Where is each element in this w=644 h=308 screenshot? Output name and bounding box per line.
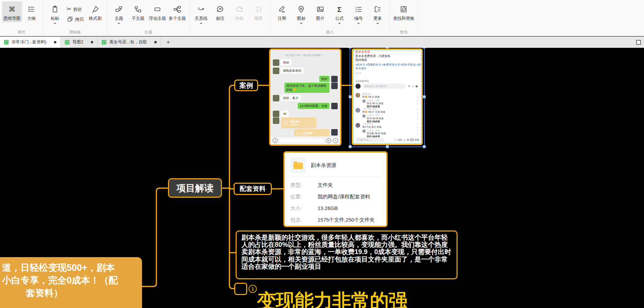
comment-text: 求1个的 浙江 回复 [362,125,382,129]
comment-input-icons[interactable]: ＠☺▣ [408,84,419,88]
like-icon[interactable]: ♡2 [417,93,419,99]
mindmap-icon: ⌘ [9,4,15,14]
unsaved-dot-icon[interactable] [54,41,56,43]
new-tab-button[interactable]: + [161,37,175,48]
avatar [362,99,366,103]
toolbar-button-relationship-line[interactable]: 关系线 [192,1,211,25]
numbering-badge[interactable]: 1 [249,285,257,293]
toolbar-button-marker[interactable]: 图标 [292,1,311,25]
chat-message-row: 你好 [273,76,338,82]
toolbar-button-summary[interactable]: 概要 [249,1,268,22]
toolbar-button-callout[interactable]: 标注 [211,1,230,22]
topic-node-project[interactable]: 项目解读 [168,178,222,198]
toolbar-button-mindmap[interactable]: ⌘ 思维导图 [2,1,22,22]
like-icon[interactable]: ♡1 [417,115,419,120]
copy-icon [67,16,73,23]
empty-topic-node[interactable] [234,283,247,295]
root-topic-text: 套资料） [2,287,142,299]
emoji-icon[interactable]: ☺ [326,138,331,143]
toolbar-button-image[interactable]: 图片 [311,1,330,22]
file-info-card-node[interactable]: 剧本杀资源 类型: 文件夹 位置: 我的网盘/课程配套资料 大小: 13.26G… [283,151,388,227]
comment-bubble-icon[interactable] [410,139,414,141]
voice-icon[interactable]: ) [272,138,278,143]
topic-icon [115,4,123,14]
like-icon[interactable]: ♡1 [417,130,419,135]
toolbar-button-outline[interactable]: 大纲 [22,1,41,22]
chat-transfer-row: ✓ ¥19.90 微信转账 [273,117,338,128]
root-topic-node[interactable]: 道，日轻松变现500+，剧本 小白专享，完全0成本！（配 套资料） [0,257,142,308]
toolbar-button-label: 多个主题 [169,16,186,22]
toolbar-button-label: 编号 [354,16,363,22]
toolbar-button-cut[interactable]: ✂ 剪切 [67,5,84,13]
tab-document-2[interactable]: 导图2 [61,37,98,48]
chat-message-row: 你好 [273,59,338,66]
sigma-icon: Σ [337,4,342,14]
description-text-node[interactable]: 剧本杀是新颖的社交游戏，很多年轻人都喜欢，而小红书这个平台年轻人的占比在80%以… [236,230,458,279]
toolbar-button-paste[interactable]: 粘贴 [45,1,65,25]
avatar [331,76,338,82]
toolbar-button-note[interactable]: 注释 [272,1,292,22]
star-icon[interactable]: ☆ [403,138,406,142]
avatar [331,83,338,89]
like-icon[interactable]: ♡1 [417,100,419,105]
tab-document-3[interactable]: 美女号还...包，自取 [98,37,161,48]
selection-handle[interactable] [423,48,426,48]
toolbar-button-subtopic[interactable]: 子主题 [128,1,148,22]
selection-handle[interactable] [423,95,426,98]
selection-handle[interactable] [386,145,389,148]
document-tab-bar: 非常冷门...套资料) 导图2 美女号还...包，自取 + [0,37,644,48]
toolbar-group-topic: 主题 子主题 浮动主题 多个主题 主题 [107,0,190,36]
toolbar-button-copy[interactable]: 拷贝 [67,15,84,23]
chat-bubble: 你好 [281,59,291,66]
selection-handle[interactable] [423,145,426,148]
toolbar-button-more[interactable]: 更多 [368,1,387,25]
toolbar-button-equation[interactable]: Σ 公式 [330,1,349,25]
toolbar-button-floating-topic[interactable]: 浮动主题 [148,1,167,22]
toolbar-group-insert: 注释 图标 图片 Σ 公式 123 [270,0,390,36]
toolbar-button-label: 粘贴 [51,16,59,22]
toolbar-button-boundary[interactable]: 外框 [230,1,249,22]
comment-text: 求🔥 08-11 回复 [362,95,380,99]
wechat-chat-image-node[interactable]: 你已添加了对方，现在可以开始聊天了。 你好 领取剧本杀的 你好 想给你说下哈，这… [269,48,341,146]
boundary-icon [235,4,243,14]
toolbar-button-find-replace[interactable]: 查找和替换 [392,1,416,22]
mindmap-canvas[interactable]: 道，日轻松变现500+，剧本 小白专享，完全0成本！（配 套资料） 项目解读 案… [0,48,644,308]
find-replace-icon [400,4,408,14]
avatar [355,123,360,128]
big-topic-text[interactable]: 变现能力非常的强 [257,288,407,308]
file-attr-value: 13.26GB [318,205,338,211]
selection-handle[interactable] [349,145,352,148]
topic-node-materials[interactable]: 配套资料 [234,183,272,195]
selection-handle[interactable] [349,95,352,98]
selection-handle[interactable] [349,48,352,48]
summary-icon [254,4,263,14]
outline-icon [27,4,36,14]
toolbar-button-multiple-topics[interactable]: 多个主题 [167,1,187,22]
toolbar-group-label: 剪贴板 [43,30,107,35]
document-icon [4,40,9,45]
avatar [362,114,366,118]
toolbar-button-format-painter[interactable]: 格式刷 [86,1,105,22]
unsaved-dot-icon[interactable] [91,41,93,43]
like-icon[interactable]: ♡1 [417,108,419,114]
multiple-topics-icon [173,4,181,14]
chat-input-field[interactable] [279,138,324,143]
toolbar-button-label: 查找和替换 [393,16,415,22]
chat-bubble: 好的，多少 [281,95,300,101]
file-attr-value: 我的网盘/课程配套资料 [318,194,370,200]
toolbar-button-numbering[interactable]: 123 编号 [349,1,368,25]
toolbar-button-topic[interactable]: 主题 [109,1,128,25]
comment-input[interactable]: 爱评论的人运气都不差 [362,84,406,89]
topic-node-case[interactable]: 案例 [234,80,258,91]
xiaohongshu-post-image-node[interactable]: 剧本杀资源 剧本杀免费资源，为爱发电 陆续继发 #剧本杀 #我要剧本杀 #免费资… [352,48,423,145]
panel-toggle-icon[interactable] [636,40,641,45]
chat-message-row: 领取剧本杀的 [273,68,338,74]
unsaved-dot-icon[interactable] [154,41,157,43]
say-something-input[interactable]: ✎ 说点什么... [355,137,384,142]
like-icon[interactable]: ♡1 [417,123,419,129]
transfer-label: 微信转账 [290,123,299,126]
toolbar-group-label: 模式 [0,30,43,35]
plus-icon[interactable]: + [333,138,338,143]
heart-icon[interactable]: ♡ [394,138,397,142]
tab-document-1[interactable]: 非常冷门...套资料) [0,37,61,48]
